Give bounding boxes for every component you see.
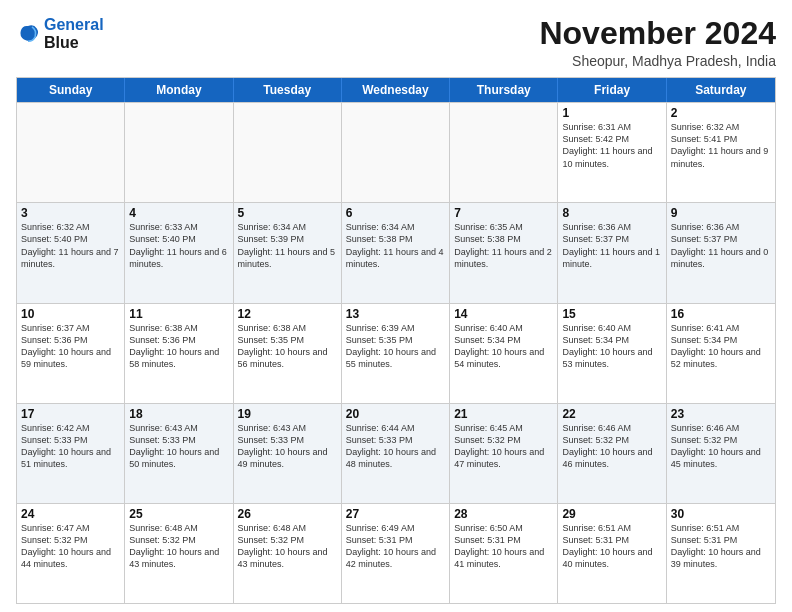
logo-text: General Blue — [44, 16, 104, 51]
cell-details: Sunrise: 6:39 AM Sunset: 5:35 PM Dayligh… — [346, 322, 445, 371]
day-number: 10 — [21, 307, 120, 321]
day-number: 15 — [562, 307, 661, 321]
calendar-cell: 22Sunrise: 6:46 AM Sunset: 5:32 PM Dayli… — [558, 404, 666, 503]
day-number: 24 — [21, 507, 120, 521]
calendar-cell: 30Sunrise: 6:51 AM Sunset: 5:31 PM Dayli… — [667, 504, 775, 603]
cell-details: Sunrise: 6:36 AM Sunset: 5:37 PM Dayligh… — [671, 221, 771, 270]
logo-icon — [16, 22, 40, 46]
cell-details: Sunrise: 6:34 AM Sunset: 5:39 PM Dayligh… — [238, 221, 337, 270]
location: Sheopur, Madhya Pradesh, India — [539, 53, 776, 69]
day-number: 30 — [671, 507, 771, 521]
cell-details: Sunrise: 6:51 AM Sunset: 5:31 PM Dayligh… — [562, 522, 661, 571]
day-number: 19 — [238, 407, 337, 421]
cell-details: Sunrise: 6:36 AM Sunset: 5:37 PM Dayligh… — [562, 221, 661, 270]
weekday-header: Saturday — [667, 78, 775, 102]
title-block: November 2024 Sheopur, Madhya Pradesh, I… — [539, 16, 776, 69]
calendar-cell — [17, 103, 125, 202]
cell-details: Sunrise: 6:40 AM Sunset: 5:34 PM Dayligh… — [562, 322, 661, 371]
cell-details: Sunrise: 6:35 AM Sunset: 5:38 PM Dayligh… — [454, 221, 553, 270]
cell-details: Sunrise: 6:31 AM Sunset: 5:42 PM Dayligh… — [562, 121, 661, 170]
calendar-cell: 28Sunrise: 6:50 AM Sunset: 5:31 PM Dayli… — [450, 504, 558, 603]
calendar-cell: 20Sunrise: 6:44 AM Sunset: 5:33 PM Dayli… — [342, 404, 450, 503]
cell-details: Sunrise: 6:48 AM Sunset: 5:32 PM Dayligh… — [129, 522, 228, 571]
cell-details: Sunrise: 6:41 AM Sunset: 5:34 PM Dayligh… — [671, 322, 771, 371]
day-number: 14 — [454, 307, 553, 321]
calendar-row: 10Sunrise: 6:37 AM Sunset: 5:36 PM Dayli… — [17, 303, 775, 403]
calendar-cell: 9Sunrise: 6:36 AM Sunset: 5:37 PM Daylig… — [667, 203, 775, 302]
calendar-cell: 27Sunrise: 6:49 AM Sunset: 5:31 PM Dayli… — [342, 504, 450, 603]
day-number: 27 — [346, 507, 445, 521]
cell-details: Sunrise: 6:38 AM Sunset: 5:36 PM Dayligh… — [129, 322, 228, 371]
calendar: SundayMondayTuesdayWednesdayThursdayFrid… — [16, 77, 776, 604]
calendar-row: 17Sunrise: 6:42 AM Sunset: 5:33 PM Dayli… — [17, 403, 775, 503]
calendar-cell: 8Sunrise: 6:36 AM Sunset: 5:37 PM Daylig… — [558, 203, 666, 302]
cell-details: Sunrise: 6:46 AM Sunset: 5:32 PM Dayligh… — [562, 422, 661, 471]
cell-details: Sunrise: 6:40 AM Sunset: 5:34 PM Dayligh… — [454, 322, 553, 371]
month-title: November 2024 — [539, 16, 776, 51]
calendar-cell: 12Sunrise: 6:38 AM Sunset: 5:35 PM Dayli… — [234, 304, 342, 403]
day-number: 7 — [454, 206, 553, 220]
weekday-header: Wednesday — [342, 78, 450, 102]
cell-details: Sunrise: 6:32 AM Sunset: 5:40 PM Dayligh… — [21, 221, 120, 270]
calendar-cell: 24Sunrise: 6:47 AM Sunset: 5:32 PM Dayli… — [17, 504, 125, 603]
day-number: 21 — [454, 407, 553, 421]
calendar-cell: 16Sunrise: 6:41 AM Sunset: 5:34 PM Dayli… — [667, 304, 775, 403]
cell-details: Sunrise: 6:44 AM Sunset: 5:33 PM Dayligh… — [346, 422, 445, 471]
calendar-header: SundayMondayTuesdayWednesdayThursdayFrid… — [17, 78, 775, 102]
calendar-cell: 14Sunrise: 6:40 AM Sunset: 5:34 PM Dayli… — [450, 304, 558, 403]
weekday-header: Tuesday — [234, 78, 342, 102]
calendar-cell: 10Sunrise: 6:37 AM Sunset: 5:36 PM Dayli… — [17, 304, 125, 403]
cell-details: Sunrise: 6:42 AM Sunset: 5:33 PM Dayligh… — [21, 422, 120, 471]
day-number: 25 — [129, 507, 228, 521]
calendar-cell: 29Sunrise: 6:51 AM Sunset: 5:31 PM Dayli… — [558, 504, 666, 603]
cell-details: Sunrise: 6:33 AM Sunset: 5:40 PM Dayligh… — [129, 221, 228, 270]
calendar-cell: 19Sunrise: 6:43 AM Sunset: 5:33 PM Dayli… — [234, 404, 342, 503]
calendar-row: 1Sunrise: 6:31 AM Sunset: 5:42 PM Daylig… — [17, 102, 775, 202]
weekday-header: Monday — [125, 78, 233, 102]
calendar-row: 24Sunrise: 6:47 AM Sunset: 5:32 PM Dayli… — [17, 503, 775, 603]
cell-details: Sunrise: 6:47 AM Sunset: 5:32 PM Dayligh… — [21, 522, 120, 571]
day-number: 9 — [671, 206, 771, 220]
calendar-cell: 25Sunrise: 6:48 AM Sunset: 5:32 PM Dayli… — [125, 504, 233, 603]
day-number: 20 — [346, 407, 445, 421]
calendar-cell: 6Sunrise: 6:34 AM Sunset: 5:38 PM Daylig… — [342, 203, 450, 302]
day-number: 3 — [21, 206, 120, 220]
calendar-cell: 26Sunrise: 6:48 AM Sunset: 5:32 PM Dayli… — [234, 504, 342, 603]
calendar-body: 1Sunrise: 6:31 AM Sunset: 5:42 PM Daylig… — [17, 102, 775, 603]
day-number: 29 — [562, 507, 661, 521]
weekday-header: Thursday — [450, 78, 558, 102]
calendar-cell: 5Sunrise: 6:34 AM Sunset: 5:39 PM Daylig… — [234, 203, 342, 302]
calendar-cell: 3Sunrise: 6:32 AM Sunset: 5:40 PM Daylig… — [17, 203, 125, 302]
day-number: 26 — [238, 507, 337, 521]
day-number: 12 — [238, 307, 337, 321]
day-number: 23 — [671, 407, 771, 421]
calendar-cell: 18Sunrise: 6:43 AM Sunset: 5:33 PM Dayli… — [125, 404, 233, 503]
day-number: 2 — [671, 106, 771, 120]
weekday-header: Sunday — [17, 78, 125, 102]
cell-details: Sunrise: 6:37 AM Sunset: 5:36 PM Dayligh… — [21, 322, 120, 371]
calendar-cell: 17Sunrise: 6:42 AM Sunset: 5:33 PM Dayli… — [17, 404, 125, 503]
cell-details: Sunrise: 6:32 AM Sunset: 5:41 PM Dayligh… — [671, 121, 771, 170]
day-number: 28 — [454, 507, 553, 521]
day-number: 5 — [238, 206, 337, 220]
day-number: 18 — [129, 407, 228, 421]
calendar-cell: 1Sunrise: 6:31 AM Sunset: 5:42 PM Daylig… — [558, 103, 666, 202]
cell-details: Sunrise: 6:45 AM Sunset: 5:32 PM Dayligh… — [454, 422, 553, 471]
day-number: 16 — [671, 307, 771, 321]
cell-details: Sunrise: 6:49 AM Sunset: 5:31 PM Dayligh… — [346, 522, 445, 571]
cell-details: Sunrise: 6:38 AM Sunset: 5:35 PM Dayligh… — [238, 322, 337, 371]
cell-details: Sunrise: 6:34 AM Sunset: 5:38 PM Dayligh… — [346, 221, 445, 270]
header: General Blue November 2024 Sheopur, Madh… — [16, 16, 776, 69]
weekday-header: Friday — [558, 78, 666, 102]
cell-details: Sunrise: 6:50 AM Sunset: 5:31 PM Dayligh… — [454, 522, 553, 571]
day-number: 4 — [129, 206, 228, 220]
calendar-cell: 21Sunrise: 6:45 AM Sunset: 5:32 PM Dayli… — [450, 404, 558, 503]
calendar-cell: 2Sunrise: 6:32 AM Sunset: 5:41 PM Daylig… — [667, 103, 775, 202]
calendar-cell: 23Sunrise: 6:46 AM Sunset: 5:32 PM Dayli… — [667, 404, 775, 503]
logo: General Blue — [16, 16, 104, 51]
calendar-cell — [342, 103, 450, 202]
calendar-cell: 15Sunrise: 6:40 AM Sunset: 5:34 PM Dayli… — [558, 304, 666, 403]
cell-details: Sunrise: 6:43 AM Sunset: 5:33 PM Dayligh… — [129, 422, 228, 471]
day-number: 22 — [562, 407, 661, 421]
calendar-cell — [234, 103, 342, 202]
